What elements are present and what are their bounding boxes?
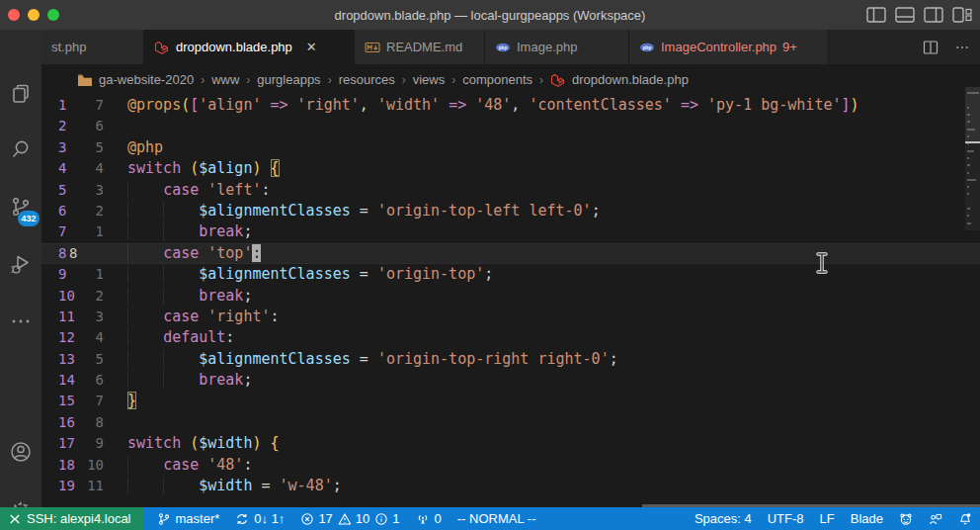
code-line[interactable]: 71 break;	[41, 221, 980, 242]
token: =	[261, 477, 270, 494]
scrollbar-slider[interactable]	[965, 87, 980, 142]
code-line[interactable]: 124 default:	[41, 327, 980, 348]
status-count: 10	[356, 511, 369, 526]
token	[181, 434, 190, 452]
token: 'origin-top-right right-0'	[377, 350, 610, 368]
activity-run-and-debug[interactable]	[0, 245, 41, 287]
token: '48'	[475, 96, 511, 114]
activity-source-control[interactable]: 432	[0, 188, 41, 229]
status-notifications[interactable]	[950, 507, 980, 530]
code-editor[interactable]: 17@props(['align' => 'right', 'width' =>…	[41, 95, 980, 507]
toggle-secondary-sidebar-button[interactable]	[924, 7, 943, 23]
code-line[interactable]: 179switch ($width) {	[41, 433, 980, 454]
token	[466, 96, 475, 114]
split-editor-button[interactable]	[923, 40, 939, 55]
line-number-absolute: 6	[58, 201, 78, 221]
breadcrumb-separator: ›	[246, 73, 250, 87]
activity-search[interactable]	[0, 131, 41, 172]
token: 'origin-top-left left-0'	[377, 202, 592, 220]
code-line[interactable]: 146 break;	[41, 370, 980, 391]
more-actions-button[interactable]	[954, 40, 970, 55]
status-problems[interactable]: 17101	[292, 507, 407, 530]
status-sync-status[interactable]: 0↓ 1↑	[227, 507, 292, 530]
code-line[interactable]: 157}	[41, 391, 980, 411]
status-language-mode[interactable]: Blade	[843, 507, 891, 530]
minimap-line	[967, 164, 970, 166]
activity-more-views[interactable]	[0, 303, 41, 344]
editor-pane: st.phpdropdown.blade.php✕README.mdphpIma…	[41, 30, 980, 507]
code-line-content: $alignmentClasses = 'origin-top-right ri…	[127, 349, 980, 370]
code-line-content: switch ($align) {	[127, 158, 980, 179]
breadcrumb-item[interactable]: components	[462, 72, 532, 87]
line-number-relative: 5	[78, 137, 104, 158]
token: (	[190, 434, 199, 452]
toggle-panel-button[interactable]	[895, 7, 915, 23]
tab-README.md[interactable]: README.md	[355, 30, 485, 64]
status-remote-indicator[interactable]: SSH: alexpi4.local	[0, 507, 143, 530]
code-line[interactable]: 102 break;	[41, 286, 980, 307]
code-line[interactable]: 44switch ($align) {	[41, 158, 980, 179]
code-line[interactable]: 26	[41, 116, 980, 136]
close-window-button[interactable]	[8, 9, 20, 21]
line-number-relative: 4	[78, 327, 104, 348]
status-encoding[interactable]: UTF-8	[760, 507, 812, 530]
token: case	[163, 456, 199, 474]
line-number-relative: 1	[78, 264, 104, 285]
tab-Image.php[interactable]: phpImage.php	[485, 30, 629, 64]
tab-label: st.php	[51, 40, 86, 54]
code-line[interactable]: 1911 $width = 'w-48';	[41, 476, 980, 496]
code-line[interactable]: 88 case 'top':	[41, 243, 980, 264]
status-vim-mode[interactable]: -- NORMAL --	[449, 507, 544, 530]
status-extension-face[interactable]	[891, 507, 921, 530]
code-line[interactable]: 17@props(['align' => 'right', 'width' =>…	[41, 95, 980, 116]
code-line-content: @props(['align' => 'right', 'width' => '…	[127, 95, 980, 116]
status-feedback[interactable]	[921, 507, 950, 530]
activity-explorer[interactable]	[0, 75, 41, 117]
code-line[interactable]: 1810 case '48':	[41, 455, 980, 476]
activity-account[interactable]	[0, 433, 41, 475]
code-line[interactable]: 91 $alignmentClasses = 'origin-top';	[41, 264, 980, 285]
tab-dropdown.blade.php[interactable]: dropdown.blade.php✕	[144, 30, 355, 64]
customize-layout-button[interactable]	[952, 7, 972, 23]
token: break	[199, 371, 243, 389]
status-broadcast-status[interactable]: 0	[408, 507, 449, 530]
minimize-window-button[interactable]	[28, 9, 40, 21]
indent-guide	[163, 202, 199, 220]
breadcrumb-item[interactable]: ga-website-2020	[99, 72, 194, 87]
token: =	[360, 265, 368, 283]
overview-scrollbar[interactable]	[965, 87, 980, 230]
maximize-window-button[interactable]	[47, 9, 59, 21]
indent-guide	[127, 456, 163, 474]
code-line[interactable]: 135 $alignmentClasses = 'origin-top-righ…	[41, 349, 980, 370]
breadcrumb-item[interactable]: resources	[339, 72, 395, 87]
code-line[interactable]: 113 case 'right':	[41, 307, 980, 327]
breadcrumb-item[interactable]: dropdown.blade.php	[572, 72, 689, 87]
scrollbar-cursor-marker	[965, 141, 980, 143]
code-line[interactable]: 35@php	[41, 137, 980, 158]
breadcrumb-separator: ›	[402, 73, 406, 87]
toggle-primary-sidebar-button[interactable]	[866, 7, 886, 23]
code-line[interactable]: 62 $alignmentClasses = 'origin-top-left …	[41, 201, 980, 221]
status-indentation[interactable]: Spaces: 4	[687, 507, 760, 530]
token	[368, 350, 377, 368]
breadcrumb-item[interactable]: views	[413, 72, 446, 87]
status-label: SSH: alexpi4.local	[27, 511, 131, 526]
breadcrumb-separator: ›	[451, 73, 455, 87]
token: switch	[127, 159, 181, 177]
svg-text:php: php	[643, 44, 652, 49]
warning-icon	[338, 512, 352, 526]
token	[261, 159, 270, 177]
breadcrumb-item[interactable]: www	[211, 72, 239, 87]
status-git-branch[interactable]: master*	[149, 507, 228, 530]
breadcrumb: ga-website-2020›www›gurgleapps›resources…	[41, 64, 980, 95]
line-number-relative: 10	[78, 455, 104, 476]
status-eol[interactable]: LF	[812, 507, 843, 530]
error-icon: 17	[300, 511, 332, 526]
close-tab-icon[interactable]: ✕	[306, 40, 317, 54]
code-line[interactable]: 53 case 'left':	[41, 180, 980, 201]
code-line[interactable]: 168	[41, 412, 980, 433]
token	[271, 477, 280, 494]
tab-st.php[interactable]: st.php	[41, 30, 144, 64]
tab-ImageController.php[interactable]: phpImageController.php9+	[629, 30, 829, 64]
breadcrumb-item[interactable]: gurgleapps	[257, 72, 320, 87]
